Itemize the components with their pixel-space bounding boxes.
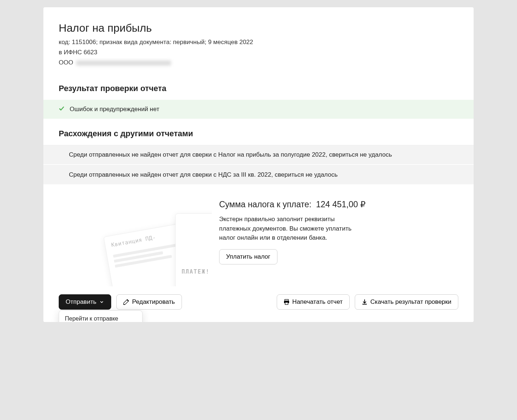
- payment-doc-title: ПЛАТЕЖ!: [182, 268, 210, 275]
- check-ok-text: Ошибок и предупреждений нет: [70, 106, 159, 113]
- download-button[interactable]: Скачать результат проверки: [355, 294, 458, 310]
- payment-doc: ПЛАТЕЖ!: [175, 213, 212, 286]
- meta-code-line: код: 1151006; признак вида документа: пе…: [59, 39, 458, 46]
- actions-bar: Отправить Перейти к отправке На подпись …: [43, 286, 474, 322]
- send-dropdown-menu: Перейти к отправке На подпись руководите…: [59, 310, 143, 322]
- amount-line: Сумма налога к уплате: 124 451,00 ₽: [219, 200, 458, 209]
- report-header: Налог на прибыль код: 1151006; признак в…: [43, 7, 474, 74]
- edit-button-label: Редактировать: [132, 298, 175, 306]
- svg-rect-2: [285, 302, 288, 305]
- send-button-label: Отправить: [66, 298, 96, 306]
- dropdown-item-go-to-send[interactable]: Перейти к отправке: [59, 312, 142, 322]
- pay-tax-button[interactable]: Уплатить налог: [219, 249, 277, 264]
- diff-text-1: Среди отправленных не найден отчет для с…: [69, 151, 392, 158]
- check-icon: [59, 106, 65, 113]
- chevron-down-icon: [99, 299, 104, 305]
- company-prefix: ООО: [59, 59, 73, 66]
- company-name-redacted: [76, 60, 171, 66]
- meta-ifns-line: в ИФНС 6623: [59, 49, 458, 56]
- amount-value: 124 451,00 ₽: [316, 200, 366, 209]
- documents-illustration: Квитанция ПД- ПЛАТЕЖ!: [59, 199, 212, 286]
- check-ok-row: Ошибок и предупреждений нет: [43, 100, 474, 119]
- report-card: Налог на прибыль код: 1151006; признак в…: [43, 7, 474, 322]
- edit-button[interactable]: Редактировать: [116, 294, 182, 310]
- page-title: Налог на прибыль: [59, 22, 458, 34]
- svg-rect-3: [362, 304, 367, 305]
- diff-row-1: Среди отправленных не найден отчет для с…: [43, 145, 474, 164]
- send-button[interactable]: Отправить: [59, 294, 111, 310]
- diff-title: Расхождения с другими отчетами: [43, 119, 474, 145]
- svg-rect-0: [285, 299, 288, 301]
- check-result-title: Результат проверки отчета: [43, 74, 474, 100]
- meta-company: ООО: [59, 59, 458, 66]
- download-icon: [362, 299, 368, 305]
- amount-label: Сумма налога к уплате:: [219, 200, 311, 209]
- print-button-label: Напечатать отчет: [292, 298, 343, 306]
- download-button-label: Скачать результат проверки: [370, 298, 451, 306]
- diff-text-2: Среди отправленных не найден отчет для с…: [69, 171, 338, 178]
- payment-block: Квитанция ПД- ПЛАТЕЖ! Сумма налога к упл…: [43, 195, 474, 286]
- send-dropdown: Отправить Перейти к отправке На подпись …: [59, 294, 111, 310]
- print-icon: [284, 299, 289, 305]
- diff-row-2: Среди отправленных не найден отчет для с…: [43, 165, 474, 184]
- payment-description: Экстерн правильно заполнит реквизиты пла…: [219, 215, 361, 243]
- print-button[interactable]: Напечатать отчет: [277, 294, 350, 310]
- edit-icon: [123, 299, 129, 305]
- payment-content: Сумма налога к уплате: 124 451,00 ₽ Экст…: [219, 199, 458, 264]
